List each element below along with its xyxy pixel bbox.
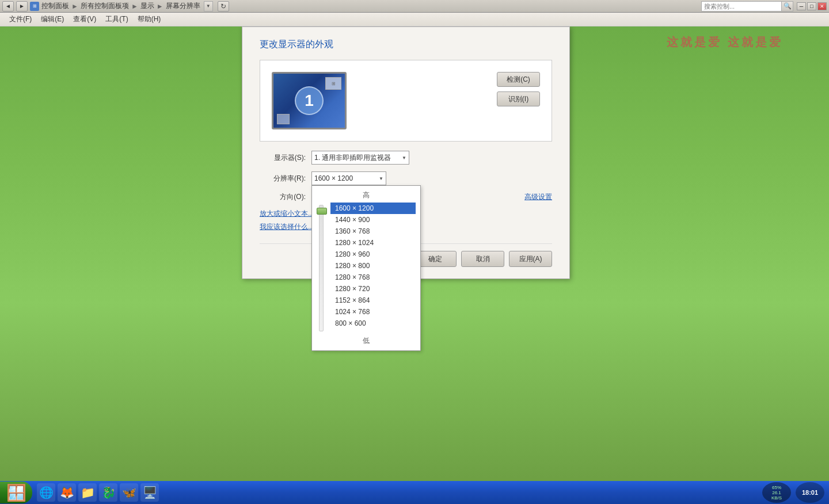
- resolution-wrapper: 1600 × 1200 ▼ 高 1600 × 12001440 × 900136…: [311, 171, 386, 185]
- taskbar-icon-5[interactable]: 🦋: [120, 483, 138, 502]
- resolution-option-7[interactable]: 1280 × 720: [330, 283, 416, 295]
- resolution-dropdown: 高 1600 × 12001440 × 9001360 × 7681280 × …: [311, 185, 421, 351]
- resolution-option-9[interactable]: 1024 × 768: [330, 306, 416, 318]
- menu-help[interactable]: 帮助(H): [133, 13, 166, 25]
- breadcrumb-item-2[interactable]: 所有控制面板项: [81, 1, 129, 11]
- cpu-percent: 65%: [772, 485, 781, 490]
- network-speed: 26.1KB/S: [771, 490, 782, 501]
- maximize-button[interactable]: □: [807, 2, 816, 10]
- menu-file[interactable]: 文件(F): [5, 13, 36, 25]
- orientation-label: 方向(O):: [260, 192, 306, 202]
- resolution-option-1[interactable]: 1440 × 900: [330, 214, 416, 226]
- taskbar-icons: 🌐 🦊 📁 🐉 🦋 🖥️: [37, 483, 159, 502]
- menu-tools[interactable]: 工具(T): [101, 13, 132, 25]
- menu-view[interactable]: 查看(V): [69, 13, 101, 25]
- search-bar: 🔍: [701, 1, 793, 12]
- display-select-arrow-icon: ▼: [402, 155, 406, 161]
- breadcrumb: 控制面板 ► 所有控制面板项 ► 显示 ► 屏幕分辨率: [41, 1, 200, 11]
- slider-thumb[interactable]: [317, 208, 327, 215]
- window-controls: ─ □ ✕: [797, 2, 827, 10]
- main-window: 更改显示器的外观 ⊞ 1 检测(C) 识别(I) 显示器(S): 1. 通用非即…: [242, 26, 570, 279]
- taskbar-icon-3[interactable]: 📁: [78, 483, 97, 502]
- resolution-option-3[interactable]: 1280 × 1024: [330, 237, 416, 249]
- resolution-slider[interactable]: [319, 205, 324, 331]
- breadcrumb-item-4[interactable]: 屏幕分辨率: [166, 1, 200, 11]
- search-icon: 🔍: [784, 2, 792, 10]
- resolution-option-8[interactable]: 1152 × 864: [330, 295, 416, 306]
- dropdown-high-label: 高: [312, 189, 420, 203]
- monitor-display: ⊞ 1: [272, 72, 347, 129]
- window-content: 更改显示器的外观 ⊞ 1 检测(C) 识别(I) 显示器(S): 1. 通用非即…: [242, 27, 569, 278]
- taskbar-icon-2[interactable]: 🦊: [58, 483, 76, 502]
- refresh-button[interactable]: ↻: [218, 1, 229, 12]
- search-button[interactable]: 🔍: [782, 1, 793, 12]
- controlpanel-icon: ⊞: [30, 2, 39, 11]
- monitor-mini-icon: ⊞: [325, 77, 341, 90]
- menu-edit[interactable]: 编辑(E): [36, 13, 69, 25]
- taskbar-icon-6[interactable]: 🖥️: [140, 483, 159, 502]
- monitor-preview-panel: ⊞ 1 检测(C) 识别(I): [260, 60, 552, 142]
- menu-bar: 文件(F) 编辑(E) 查看(V) 工具(T) 帮助(H): [0, 13, 829, 26]
- resolution-label: 分辨率(R):: [260, 174, 306, 184]
- taskbar: 🪟 🌐 🦊 📁 🐉 🦋 🖥️ 65% 26.1KB/S 18:01: [0, 481, 829, 504]
- identify-button[interactable]: 识别(I): [497, 91, 540, 106]
- resolution-select-value: 1600 × 1200: [314, 174, 353, 182]
- page-title: 更改显示器的外观: [260, 39, 552, 51]
- close-button[interactable]: ✕: [817, 2, 827, 10]
- monitor-bottom-icon: [277, 114, 290, 124]
- title-bar-left: ◄ ► ⊞ 控制面板 ► 所有控制面板项 ► 显示 ► 屏幕分辨率 ▼ ↻: [0, 1, 701, 12]
- detect-button[interactable]: 检测(C): [497, 72, 540, 87]
- nav-back-button[interactable]: ◄: [2, 1, 14, 12]
- resolution-option-2[interactable]: 1360 × 768: [330, 226, 416, 237]
- resolution-select-arrow-icon: ▼: [379, 176, 383, 181]
- resolution-list: 1600 × 12001440 × 9001360 × 7681280 × 10…: [330, 203, 416, 329]
- taskbar-icon-1[interactable]: 🌐: [37, 483, 55, 502]
- resolution-select[interactable]: 1600 × 1200 ▼: [311, 171, 386, 185]
- resolution-row: 分辨率(R): 1600 × 1200 ▼ 高 1600 ×: [260, 171, 552, 185]
- resolution-option-5[interactable]: 1280 × 800: [330, 260, 416, 272]
- advanced-settings-link[interactable]: 高级设置: [524, 192, 552, 202]
- monitor-right-buttons: 检测(C) 识别(I): [497, 72, 540, 106]
- breadcrumb-item-1[interactable]: 控制面板: [41, 1, 69, 11]
- breadcrumb-item-3[interactable]: 显示: [140, 1, 154, 11]
- minimize-button[interactable]: ─: [797, 2, 806, 10]
- display-select[interactable]: 1. 通用非即插即用监视器 ▼: [311, 151, 409, 165]
- resolution-option-4[interactable]: 1280 × 960: [330, 249, 416, 260]
- nav-forward-button[interactable]: ►: [16, 1, 28, 12]
- address-dropdown-button[interactable]: ▼: [204, 1, 213, 12]
- slider-track: [317, 203, 326, 334]
- watermark-top-right: 这就是爱 这就是爱: [667, 35, 783, 50]
- clock-widget: 18:01: [796, 482, 824, 503]
- dropdown-slider-area: 1600 × 12001440 × 9001360 × 7681280 × 10…: [312, 203, 420, 334]
- apply-button[interactable]: 应用(A): [509, 251, 552, 267]
- display-label: 显示器(S):: [260, 153, 306, 163]
- resolution-option-10[interactable]: 800 × 600: [330, 318, 416, 329]
- monitor-number: 1: [295, 86, 324, 115]
- start-button[interactable]: 🪟: [0, 482, 32, 503]
- display-select-value: 1. 通用非即插即用监视器: [314, 153, 391, 163]
- resolution-option-6[interactable]: 1280 × 768: [330, 272, 416, 283]
- resolution-option-0[interactable]: 1600 × 1200: [330, 203, 416, 214]
- title-bar: ◄ ► ⊞ 控制面板 ► 所有控制面板项 ► 显示 ► 屏幕分辨率 ▼ ↻ 🔍 …: [0, 0, 829, 13]
- speed-widget: 65% 26.1KB/S: [762, 482, 791, 503]
- cancel-button[interactable]: 取消: [461, 251, 504, 267]
- taskbar-icon-4[interactable]: 🐉: [99, 483, 117, 502]
- dropdown-low-label: 低: [312, 334, 420, 347]
- search-input[interactable]: [701, 1, 782, 12]
- taskbar-right: 65% 26.1KB/S 18:01: [762, 482, 829, 503]
- display-row: 显示器(S): 1. 通用非即插即用监视器 ▼: [260, 151, 552, 165]
